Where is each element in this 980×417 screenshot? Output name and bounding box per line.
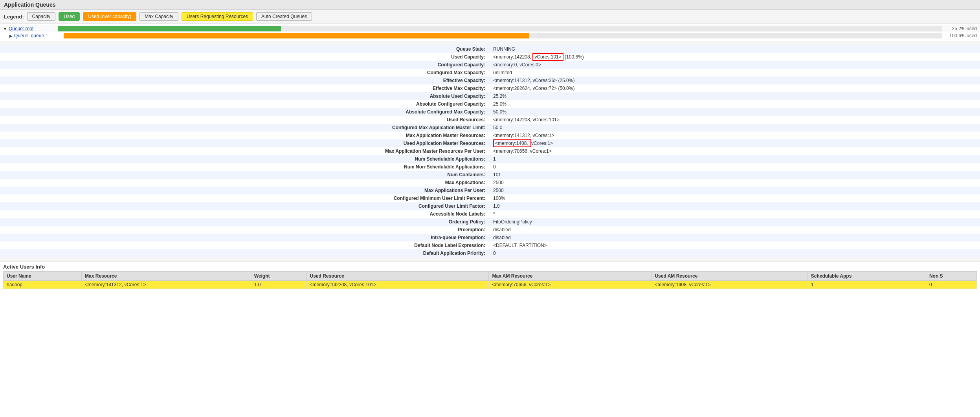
queue-bar-wrapper-root — [58, 26, 942, 31]
user-cell-2: 1.0 — [251, 281, 306, 289]
detail-value-1: <memory:142208, vCores:101> (100.6%) — [490, 53, 980, 61]
detail-value-12: <memory:1408, vCores:1> — [490, 139, 980, 147]
col-user-name: User Name — [4, 272, 82, 281]
queue-row-root: ▼ Queue: root 25.2% used — [0, 25, 980, 32]
detail-value-5: <memory:282624, vCores:72> (50.0%) — [490, 84, 980, 92]
col-non-s: Non S — [926, 272, 976, 281]
detail-label-8: Absolute Configured Max Capacity: — [0, 108, 490, 116]
detail-value-25: <DEFAULT_PARTITION> — [490, 241, 980, 249]
user-cell-1: <memory:141312, vCores:1> — [82, 281, 251, 289]
detail-label-1: Used Capacity: — [0, 53, 490, 61]
queue-label-root[interactable]: Queue: root — [9, 26, 56, 31]
col-used-resource: Used Resource — [306, 272, 489, 281]
detail-value-7: 25.0% — [490, 100, 980, 108]
queue-bar-container-root: Queue: root — [9, 26, 942, 31]
detail-value-18: 2500 — [490, 187, 980, 194]
detail-value-0: RUNNING — [490, 45, 980, 53]
col-used-am-resource: Used AM Resource — [651, 272, 807, 281]
detail-value-13: <memory:70656, vCores:1> — [490, 147, 980, 155]
detail-label-21: Accessible Node Labels: — [0, 210, 490, 218]
detail-label-15: Num Non-Schedulable Applications: — [0, 163, 490, 171]
queue-bar-fill-queue1 — [64, 33, 529, 38]
col-weight: Weight — [251, 272, 306, 281]
queue-label-queue1[interactable]: Queue: queue-1 — [14, 33, 61, 38]
detail-value-24: disabled — [490, 234, 980, 241]
detail-label-4: Effective Capacity: — [0, 77, 490, 84]
detail-value-2: <memory:0, vCores:0> — [490, 61, 980, 69]
col-max-am-resource: Max AM Resource — [489, 272, 651, 281]
detail-label-18: Max Applications Per User: — [0, 187, 490, 194]
legend-bar: Legend: Capacity Used Used (over capacit… — [0, 10, 980, 24]
legend-used: Used — [59, 12, 80, 21]
detail-label-9: Used Resources: — [0, 116, 490, 124]
queue-row-queue1: ▶ Queue: queue-1 100.6% used — [0, 32, 980, 39]
active-users-title: Active Users Info — [3, 264, 977, 270]
detail-value-22: FifoOrderingPolicy — [490, 218, 980, 226]
detail-label-3: Configured Max Capacity: — [0, 69, 490, 77]
user-cell-0: hadoop — [4, 281, 82, 289]
detail-label-25: Default Node Label Expression: — [0, 241, 490, 249]
col-schedulable-apps: Schedulable Apps — [807, 272, 926, 281]
detail-value-21: * — [490, 210, 980, 218]
detail-label-17: Max Applications: — [0, 179, 490, 187]
legend-max-capacity: Max Capacity — [139, 12, 178, 21]
detail-value-4: <memory:141312, vCores:36> (25.0%) — [490, 77, 980, 84]
detail-label-20: Configured User Limit Factor: — [0, 202, 490, 210]
detail-value-10: 50.0 — [490, 124, 980, 132]
detail-label-5: Effective Max Capacity: — [0, 84, 490, 92]
detail-value-19: 100% — [490, 194, 980, 202]
legend-over-capacity: Used (over capacity) — [83, 12, 136, 21]
detail-value-9: <memory:142208, vCores:101> — [490, 116, 980, 124]
detail-label-26: Default Application Priority: — [0, 249, 490, 257]
queue-bar-container-queue1: Queue: queue-1 — [14, 33, 942, 38]
detail-label-22: Ordering Policy: — [0, 218, 490, 226]
detail-value-11: <memory:141312, vCores:1> — [490, 132, 980, 139]
detail-label-14: Num Schedulable Applications: — [0, 155, 490, 163]
detail-value-17: 2500 — [490, 179, 980, 187]
queue-usage-queue1: 100.6% used — [945, 33, 977, 38]
detail-value-16: 101 — [490, 171, 980, 179]
queue-toggle-root[interactable]: ▼ — [3, 27, 7, 31]
detail-table: Queue State:RUNNINGUsed Capacity:<memory… — [0, 45, 980, 257]
detail-label-23: Preemption: — [0, 226, 490, 234]
user-cell-7: 0 — [926, 281, 976, 289]
detail-label-6: Absolute Used Capacity: — [0, 92, 490, 100]
detail-value-26: 0 — [490, 249, 980, 257]
legend-auto-created: Auto Created Queues — [256, 12, 312, 21]
detail-value-15: 0 — [490, 163, 980, 171]
detail-value-8: 50.0% — [490, 108, 980, 116]
detail-label-0: Queue State: — [0, 45, 490, 53]
users-table: User NameMax ResourceWeightUsed Resource… — [3, 271, 977, 289]
col-max-resource: Max Resource — [82, 272, 251, 281]
queues-container: ▼ Queue: root 25.2% used ▶ Queue: queue-… — [0, 24, 980, 41]
detail-section: Queue State:RUNNINGUsed Capacity:<memory… — [0, 41, 980, 262]
user-cell-6: 1 — [807, 281, 926, 289]
detail-label-10: Configured Max Application Master Limit: — [0, 124, 490, 132]
active-users-section: Active Users Info User NameMax ResourceW… — [0, 262, 980, 291]
detail-value-14: 1 — [490, 155, 980, 163]
queue-toggle-queue1[interactable]: ▶ — [9, 34, 13, 38]
detail-label-7: Absolute Configured Capacity: — [0, 100, 490, 108]
queue-usage-root: 25.2% used — [945, 26, 977, 31]
detail-label-19: Configured Minimum User Limit Percent: — [0, 194, 490, 202]
detail-value-20: 1.0 — [490, 202, 980, 210]
legend-label: Legend: — [4, 14, 24, 20]
user-cell-4: <memory:70656, vCores:1> — [489, 281, 651, 289]
user-cell-3: <memory:142208, vCores:101> — [306, 281, 489, 289]
legend-capacity: Capacity — [27, 12, 56, 21]
detail-label-24: Intra-queue Preemption: — [0, 234, 490, 241]
detail-label-12: Used Application Master Resources: — [0, 139, 490, 147]
app-title: Application Queues — [0, 0, 980, 10]
detail-label-2: Configured Capacity: — [0, 61, 490, 69]
detail-label-11: Max Application Master Resources: — [0, 132, 490, 139]
queue-bar-fill-root — [58, 26, 281, 31]
queue-bar-wrapper-queue1 — [64, 33, 942, 38]
legend-users-requesting: Users Requesting Resources — [182, 12, 253, 21]
detail-label-13: Max Application Master Resources Per Use… — [0, 147, 490, 155]
detail-value-3: unlimited — [490, 69, 980, 77]
detail-value-23: disabled — [490, 226, 980, 234]
detail-label-16: Num Containers: — [0, 171, 490, 179]
detail-value-6: 25.2% — [490, 92, 980, 100]
user-cell-5: <memory:1408, vCores:1> — [651, 281, 807, 289]
